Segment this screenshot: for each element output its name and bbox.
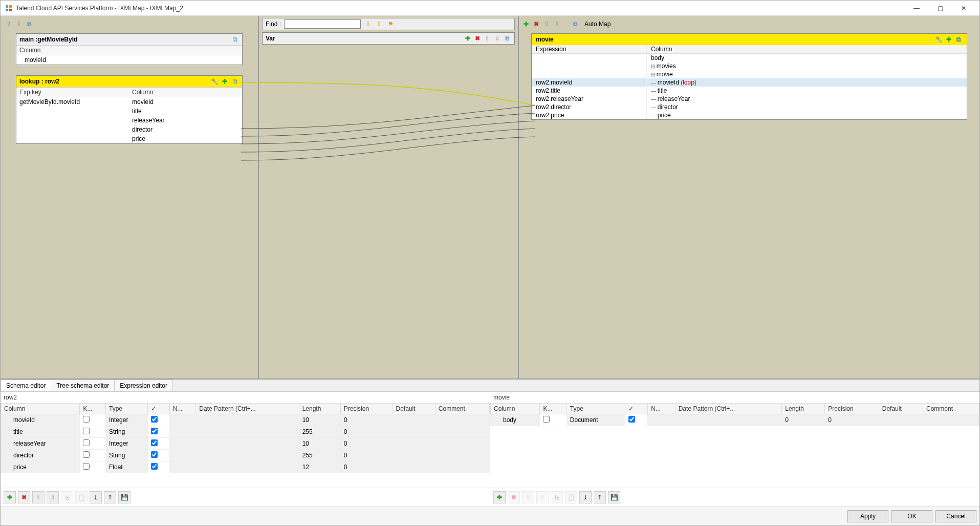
main-input-panel: main :getMovieById ⧉ Column movieId [16, 33, 243, 65]
find-input[interactable] [284, 19, 361, 29]
schema-left-title: row2 [1, 392, 490, 403]
column-header[interactable]: Default [879, 404, 923, 414]
down-arrow-icon[interactable]: ⇩ [15, 20, 23, 28]
copy-button: ⎘ [551, 491, 563, 503]
column-header[interactable]: Precision [825, 404, 879, 414]
table-row[interactable]: releaseYearInteger100 [1, 438, 490, 450]
add-button[interactable]: ✚ [4, 491, 16, 503]
apply-button[interactable]: Apply [847, 510, 888, 522]
table-row[interactable]: titleString2550 [1, 426, 490, 438]
output-row[interactable]: row2.movieIdmovieId (loop) [532, 78, 967, 87]
plus-icon[interactable]: ✚ [945, 35, 953, 44]
output-row[interactable]: movie [532, 70, 967, 78]
down-arrow-icon[interactable]: ⇩ [553, 20, 561, 28]
auto-map-label[interactable]: Auto Map [584, 20, 611, 28]
output-col: movies [647, 62, 967, 70]
plus-icon[interactable]: ✚ [464, 34, 472, 43]
highlight-icon[interactable]: ⚑ [386, 20, 395, 28]
svg-rect-0 [6, 5, 8, 8]
restore-icon[interactable]: ⧉ [25, 20, 33, 28]
import-button[interactable]: ⤓ [579, 491, 592, 503]
column-header[interactable]: Type [106, 404, 148, 414]
column-header[interactable]: Default [393, 404, 435, 414]
up-arrow-icon[interactable]: ⇧ [483, 34, 491, 43]
output-row[interactable]: row2.releaseYearreleaseYear [532, 95, 967, 103]
add-button[interactable]: ✚ [493, 491, 506, 503]
tab-expression-editor[interactable]: Expression editor [114, 380, 173, 391]
plus-icon[interactable]: ✚ [221, 77, 229, 86]
lookup-col: movieId [129, 97, 242, 107]
cross-icon[interactable]: ✖ [532, 20, 540, 28]
column-header[interactable]: K... [540, 404, 567, 414]
column-header[interactable]: ✓ [148, 404, 169, 414]
wrench-icon[interactable]: 🔧 [210, 77, 219, 86]
column-header[interactable]: Date Pattern (Ctrl+... [196, 404, 299, 414]
schema-right-pane: movie ColumnK...Type✓N...Date Pattern (C… [490, 392, 979, 507]
tab-tree-schema-editor[interactable]: Tree schema editor [51, 380, 115, 391]
column-header[interactable]: Comment [435, 404, 489, 414]
minimize-button[interactable]: — [905, 1, 928, 16]
column-header[interactable]: Date Pattern (Ctrl+... [675, 404, 782, 414]
move-down-button[interactable]: ⇩ [47, 491, 59, 503]
output-col: title [647, 87, 967, 95]
plus-icon[interactable]: ✚ [522, 20, 530, 28]
maximize-button[interactable]: ▢ [928, 1, 952, 16]
save-button[interactable]: 💾 [118, 491, 130, 503]
restore-icon[interactable]: ⧉ [231, 35, 239, 44]
column-header[interactable]: Column [1, 404, 80, 414]
column-header[interactable]: Length [782, 404, 825, 414]
restore-icon[interactable]: ⧉ [954, 35, 963, 44]
lookup-row[interactable]: getMovieById.movieIdmovieId [16, 97, 242, 107]
restore-icon[interactable]: ⧉ [231, 77, 239, 86]
output-row[interactable]: row2.titletitle [532, 87, 967, 95]
down-arrow-icon[interactable]: ⇩ [493, 34, 502, 43]
restore-icon[interactable]: ⧉ [503, 34, 511, 43]
lookup-row[interactable]: title [16, 107, 242, 116]
remove-button[interactable]: ✖ [18, 491, 30, 503]
main-panel-title: main :getMovieById [19, 36, 77, 43]
column-header[interactable]: ✓ [625, 404, 648, 414]
up-arrow-icon[interactable]: ⇧ [542, 20, 551, 28]
save-button[interactable]: 💾 [608, 491, 620, 503]
table-row[interactable]: directorString2550 [1, 450, 490, 461]
column-header[interactable]: N... [169, 404, 196, 414]
cancel-button[interactable]: Cancel [935, 510, 976, 522]
schema-right-table[interactable]: ColumnK...Type✓N...Date Pattern (Ctrl+..… [490, 403, 979, 426]
column-header[interactable]: Length [299, 404, 340, 414]
export-button[interactable]: ⤒ [594, 491, 606, 503]
import-button[interactable]: ⤓ [90, 491, 102, 503]
main-row[interactable]: movieId [16, 55, 242, 65]
export-button[interactable]: ⤒ [104, 491, 116, 503]
find-down-icon[interactable]: ⇩ [364, 20, 372, 28]
table-row[interactable]: bodyDocument00 [491, 414, 979, 426]
schema-left-table[interactable]: ColumnK...Type✓N...Date Pattern (Ctrl+..… [1, 403, 490, 473]
output-row[interactable]: body [532, 54, 967, 62]
output-row[interactable]: movies [532, 62, 967, 70]
output-exp: row2.releaseYear [532, 95, 647, 103]
move-up-button[interactable]: ⇧ [32, 491, 45, 503]
cross-icon[interactable]: ✖ [473, 34, 482, 43]
column-header[interactable]: Precision [340, 404, 393, 414]
output-exp [532, 70, 647, 78]
table-row[interactable]: priceFloat120 [1, 461, 490, 473]
find-up-icon[interactable]: ⇧ [375, 20, 383, 28]
restore-icon[interactable]: ⧉ [571, 20, 579, 28]
up-arrow-icon[interactable]: ⇧ [5, 20, 13, 28]
close-button[interactable]: ✕ [952, 1, 975, 16]
lookup-row[interactable]: price [16, 134, 242, 143]
output-row[interactable]: row2.priceprice [532, 111, 967, 119]
tab-schema-editor[interactable]: Schema editor [1, 380, 51, 391]
lookup-row[interactable]: releaseYear [16, 116, 242, 125]
column-header[interactable]: Type [567, 404, 625, 414]
wrench-icon[interactable]: 🔧 [934, 35, 943, 44]
column-header[interactable]: Comment [923, 404, 979, 414]
column-header[interactable]: N... [648, 404, 676, 414]
table-row[interactable]: movieIdInteger100 [1, 414, 490, 426]
output-row[interactable]: row2.directordirector [532, 103, 967, 111]
output-col: movieId (loop) [647, 78, 967, 87]
column-header[interactable]: K... [80, 404, 106, 414]
column-header[interactable]: Column [491, 404, 540, 414]
lookup-row[interactable]: director [16, 125, 242, 134]
ok-button[interactable]: OK [891, 510, 932, 522]
left-toolbar: ⇧ ⇩ ⧉ [4, 18, 255, 30]
